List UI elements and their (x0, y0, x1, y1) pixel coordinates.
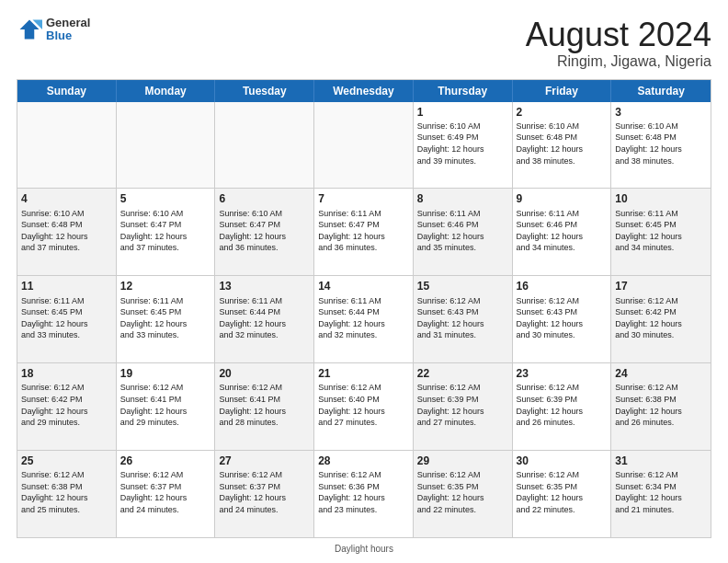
day-info: Sunrise: 6:11 AM Sunset: 6:46 PM Dayligh… (517, 208, 608, 254)
logo-blue-text: Blue (46, 29, 90, 42)
day-info: Sunrise: 6:12 AM Sunset: 6:39 PM Dayligh… (517, 382, 608, 428)
calendar-cell-30: 30Sunrise: 6:12 AM Sunset: 6:35 PM Dayli… (513, 451, 612, 537)
page-subtitle: Ringim, Jigawa, Nigeria (526, 53, 711, 70)
calendar-cell-28: 28Sunrise: 6:12 AM Sunset: 6:36 PM Dayli… (314, 451, 414, 537)
day-number: 22 (417, 366, 508, 381)
day-number: 3 (615, 105, 707, 120)
day-number: 1 (417, 105, 508, 120)
calendar-cell-17: 17Sunrise: 6:12 AM Sunset: 6:42 PM Dayli… (611, 276, 711, 362)
day-number: 28 (318, 454, 409, 468)
day-number: 16 (517, 279, 608, 293)
calendar-row-0: 1Sunrise: 6:10 AM Sunset: 6:49 PM Daylig… (17, 102, 711, 190)
calendar-weekday-friday: Friday (513, 80, 612, 102)
day-number: 17 (615, 279, 707, 293)
calendar-cell-empty-0-1 (117, 102, 216, 189)
day-number: 31 (615, 454, 707, 468)
day-info: Sunrise: 6:10 AM Sunset: 6:49 PM Dayligh… (417, 121, 508, 167)
calendar-weekday-sunday: Sunday (17, 80, 117, 102)
calendar-cell-24: 24Sunrise: 6:12 AM Sunset: 6:38 PM Dayli… (611, 363, 711, 450)
logo: General Blue (17, 17, 90, 43)
calendar-cell-29: 29Sunrise: 6:12 AM Sunset: 6:35 PM Dayli… (414, 451, 513, 537)
calendar-weekday-thursday: Thursday (414, 80, 513, 102)
day-info: Sunrise: 6:11 AM Sunset: 6:45 PM Dayligh… (120, 295, 211, 341)
calendar-cell-12: 12Sunrise: 6:11 AM Sunset: 6:45 PM Dayli… (117, 276, 216, 362)
day-info: Sunrise: 6:12 AM Sunset: 6:34 PM Dayligh… (615, 469, 707, 515)
calendar-cell-31: 31Sunrise: 6:12 AM Sunset: 6:34 PM Dayli… (611, 451, 711, 537)
calendar-cell-19: 19Sunrise: 6:12 AM Sunset: 6:41 PM Dayli… (117, 363, 216, 450)
day-info: Sunrise: 6:12 AM Sunset: 6:37 PM Dayligh… (120, 469, 211, 515)
day-info: Sunrise: 6:11 AM Sunset: 6:44 PM Dayligh… (318, 295, 409, 341)
calendar-weekday-saturday: Saturday (611, 80, 711, 102)
calendar-cell-8: 8Sunrise: 6:11 AM Sunset: 6:46 PM Daylig… (414, 189, 513, 275)
calendar: SundayMondayTuesdayWednesdayThursdayFrid… (17, 79, 711, 538)
calendar-cell-1: 1Sunrise: 6:10 AM Sunset: 6:49 PM Daylig… (414, 102, 513, 189)
calendar-cell-empty-0-2 (215, 102, 314, 189)
day-number: 14 (318, 279, 409, 293)
calendar-cell-26: 26Sunrise: 6:12 AM Sunset: 6:37 PM Dayli… (117, 451, 216, 537)
day-number: 9 (517, 191, 608, 206)
header: General Blue August 2024 Ringim, Jigawa,… (17, 17, 711, 70)
day-info: Sunrise: 6:11 AM Sunset: 6:47 PM Dayligh… (318, 208, 409, 254)
calendar-weekday-monday: Monday (117, 80, 216, 102)
calendar-cell-14: 14Sunrise: 6:11 AM Sunset: 6:44 PM Dayli… (314, 276, 414, 362)
day-info: Sunrise: 6:12 AM Sunset: 6:43 PM Dayligh… (517, 295, 608, 341)
calendar-cell-4: 4Sunrise: 6:10 AM Sunset: 6:48 PM Daylig… (17, 189, 117, 275)
calendar-row-4: 25Sunrise: 6:12 AM Sunset: 6:38 PM Dayli… (17, 451, 711, 537)
calendar-cell-13: 13Sunrise: 6:11 AM Sunset: 6:44 PM Dayli… (215, 276, 314, 362)
title-block: August 2024 Ringim, Jigawa, Nigeria (526, 17, 711, 70)
calendar-cell-16: 16Sunrise: 6:12 AM Sunset: 6:43 PM Dayli… (513, 276, 612, 362)
day-number: 19 (120, 366, 211, 381)
calendar-cell-22: 22Sunrise: 6:12 AM Sunset: 6:39 PM Dayli… (414, 363, 513, 450)
day-info: Sunrise: 6:12 AM Sunset: 6:35 PM Dayligh… (517, 469, 608, 515)
day-info: Sunrise: 6:10 AM Sunset: 6:48 PM Dayligh… (615, 121, 707, 167)
logo-general-text: General (46, 17, 90, 29)
day-info: Sunrise: 6:12 AM Sunset: 6:42 PM Dayligh… (21, 382, 112, 428)
day-info: Sunrise: 6:11 AM Sunset: 6:45 PM Dayligh… (615, 208, 707, 254)
calendar-row-2: 11Sunrise: 6:11 AM Sunset: 6:45 PM Dayli… (17, 276, 711, 363)
calendar-cell-20: 20Sunrise: 6:12 AM Sunset: 6:41 PM Dayli… (215, 363, 314, 450)
day-info: Sunrise: 6:10 AM Sunset: 6:48 PM Dayligh… (517, 121, 608, 167)
day-number: 8 (417, 191, 508, 206)
day-number: 30 (517, 454, 608, 468)
day-number: 5 (120, 191, 211, 206)
logo-icon (17, 17, 42, 42)
day-number: 13 (219, 279, 310, 293)
footer: Daylight hours (17, 544, 711, 554)
calendar-cell-18: 18Sunrise: 6:12 AM Sunset: 6:42 PM Dayli… (17, 363, 117, 450)
day-info: Sunrise: 6:10 AM Sunset: 6:47 PM Dayligh… (120, 208, 211, 254)
day-number: 25 (21, 454, 112, 468)
day-info: Sunrise: 6:11 AM Sunset: 6:44 PM Dayligh… (219, 295, 310, 341)
day-number: 26 (120, 454, 211, 468)
calendar-cell-5: 5Sunrise: 6:10 AM Sunset: 6:47 PM Daylig… (117, 189, 216, 275)
day-info: Sunrise: 6:12 AM Sunset: 6:40 PM Dayligh… (318, 382, 409, 428)
day-info: Sunrise: 6:11 AM Sunset: 6:45 PM Dayligh… (21, 295, 112, 341)
day-info: Sunrise: 6:12 AM Sunset: 6:38 PM Dayligh… (615, 382, 707, 428)
day-number: 20 (219, 366, 310, 381)
calendar-cell-23: 23Sunrise: 6:12 AM Sunset: 6:39 PM Dayli… (513, 363, 612, 450)
day-number: 27 (219, 454, 310, 468)
day-info: Sunrise: 6:12 AM Sunset: 6:42 PM Dayligh… (615, 295, 707, 341)
day-info: Sunrise: 6:11 AM Sunset: 6:46 PM Dayligh… (417, 208, 508, 254)
day-info: Sunrise: 6:12 AM Sunset: 6:38 PM Dayligh… (21, 469, 112, 515)
calendar-cell-27: 27Sunrise: 6:12 AM Sunset: 6:37 PM Dayli… (215, 451, 314, 537)
calendar-cell-7: 7Sunrise: 6:11 AM Sunset: 6:47 PM Daylig… (314, 189, 414, 275)
day-number: 12 (120, 279, 211, 293)
day-number: 15 (417, 279, 508, 293)
day-number: 10 (615, 191, 707, 206)
day-info: Sunrise: 6:12 AM Sunset: 6:39 PM Dayligh… (417, 382, 508, 428)
day-info: Sunrise: 6:12 AM Sunset: 6:41 PM Dayligh… (219, 382, 310, 428)
day-number: 24 (615, 366, 707, 381)
day-number: 4 (21, 191, 112, 206)
day-info: Sunrise: 6:12 AM Sunset: 6:36 PM Dayligh… (318, 469, 409, 515)
day-number: 29 (417, 454, 508, 468)
calendar-cell-10: 10Sunrise: 6:11 AM Sunset: 6:45 PM Dayli… (611, 189, 711, 275)
calendar-cell-empty-0-0 (17, 102, 117, 189)
calendar-header-row: SundayMondayTuesdayWednesdayThursdayFrid… (17, 80, 711, 102)
day-info: Sunrise: 6:12 AM Sunset: 6:41 PM Dayligh… (120, 382, 211, 428)
calendar-cell-9: 9Sunrise: 6:11 AM Sunset: 6:46 PM Daylig… (513, 189, 612, 275)
footer-text: Daylight hours (335, 544, 393, 554)
day-number: 21 (318, 366, 409, 381)
day-number: 18 (21, 366, 112, 381)
page-title: August 2024 (526, 17, 711, 53)
calendar-row-1: 4Sunrise: 6:10 AM Sunset: 6:48 PM Daylig… (17, 189, 711, 276)
